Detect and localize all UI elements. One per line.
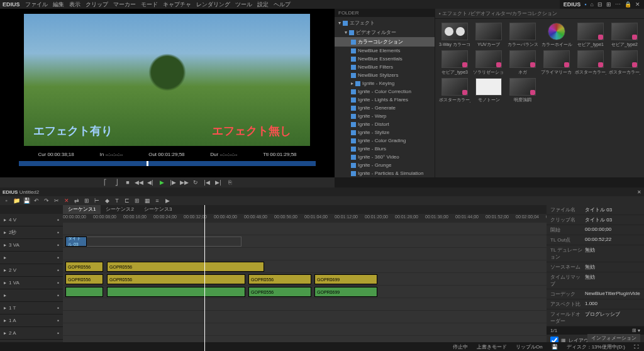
effect-item[interactable]: セピア_type2	[609, 23, 640, 48]
new-icon[interactable]: ▫	[3, 197, 10, 204]
timeline-ruler[interactable]: 00:00:00;0000:00:08;0000:00:16;0000:00:2…	[63, 214, 547, 223]
track-1va-audio[interactable]: GOPR0556 GOPR0699	[63, 286, 547, 298]
track-label[interactable]: ▸1 A▪	[0, 315, 63, 327]
clip-v1[interactable]: GOPR0556	[65, 262, 103, 272]
stop-icon[interactable]: ■	[123, 179, 132, 186]
folder-item[interactable]: Ignite - 360° Video	[335, 153, 435, 161]
folder-item[interactable]: ▸ Ignite - Keying	[335, 79, 435, 87]
folder-color-correction[interactable]: カラーコレクション	[335, 37, 435, 47]
seq-tab-3[interactable]: シーケンス3	[139, 205, 177, 214]
folder-item[interactable]: Ignite - Color Grading	[335, 136, 435, 145]
expand-icon[interactable]: ⛶	[634, 344, 639, 350]
menu-tool[interactable]: ツール	[235, 1, 252, 9]
clip-titlebar[interactable]	[65, 237, 242, 247]
menu-clip[interactable]: クリップ	[86, 1, 108, 9]
home-icon[interactable]: ⌂	[591, 1, 594, 8]
effect-item[interactable]: セピア_type3	[439, 50, 470, 75]
save-icon[interactable]: 💾	[23, 197, 30, 204]
lock-icon[interactable]: 🔒	[625, 1, 631, 8]
clip-a2[interactable]	[107, 287, 245, 297]
menu-file[interactable]: ファイル	[25, 1, 48, 9]
export-icon[interactable]: ⎘	[225, 179, 234, 186]
more-icon[interactable]: ⋯	[615, 1, 621, 8]
clip-a4[interactable]: GOPR0699	[314, 287, 377, 297]
proxy-icon[interactable]: ▦	[143, 197, 151, 204]
clip-a1[interactable]	[65, 287, 103, 297]
folder-item[interactable]: Ignite - Color Correction	[335, 87, 435, 96]
filter-icon[interactable]: ⊞ ▾	[632, 328, 640, 333]
track-area[interactable]: シーケンス1 シーケンス2 シーケンス3 00:00:00;0000:00:08…	[63, 205, 547, 351]
track-label[interactable]: ▸4 V▪	[0, 214, 63, 226]
track-label[interactable]: ▸▪	[0, 252, 63, 264]
render-icon[interactable]: ▶	[164, 197, 171, 204]
effect-item[interactable]: カラーホイール	[541, 23, 572, 48]
delete-icon[interactable]: ✕	[63, 197, 70, 204]
effect-item[interactable]: 明度強調	[507, 78, 538, 103]
next-edit-icon[interactable]: ▶|	[214, 179, 223, 186]
undo-icon[interactable]: ↶	[33, 197, 40, 204]
folder-item[interactable]: Ignite - Blurs	[335, 145, 435, 153]
menu-capture[interactable]: キャプチャ	[163, 1, 191, 9]
folder-root[interactable]: ▾ エフェクト	[335, 18, 435, 28]
folder-icon[interactable]: ▪	[584, 1, 586, 8]
forward-icon[interactable]: ▶▶	[180, 179, 189, 186]
effect-item[interactable]: プライマリーカラーコレクシ...	[541, 50, 572, 75]
track-label[interactable]: ▸1 T▪	[0, 302, 63, 315]
clip-a3[interactable]: GOPR0556	[248, 287, 311, 297]
effect-item[interactable]: ポスターカラー_type1	[575, 50, 606, 75]
rewind-icon[interactable]: ◀◀	[135, 179, 143, 186]
clip-v2[interactable]: GOPR0556	[107, 262, 264, 272]
folder-item[interactable]: NewBlue Elements	[335, 47, 435, 55]
tree-icon[interactable]: ⊟	[597, 1, 602, 8]
folder-item[interactable]: NewBlue Stylizers	[335, 71, 435, 79]
ripple-icon[interactable]: ⇄	[73, 197, 80, 204]
folder-item[interactable]: Ignite - Warp	[335, 112, 435, 120]
effect-item[interactable]: ソラリゼーション	[473, 50, 504, 75]
open-icon[interactable]: 📁	[13, 197, 20, 204]
loop-icon[interactable]: ↻	[191, 179, 200, 186]
effect-item[interactable]: YUVカーブ	[473, 23, 504, 48]
close-icon[interactable]: ✕	[635, 1, 640, 8]
clip-va3[interactable]: GOPR0556	[248, 274, 311, 284]
track-3va[interactable]	[63, 248, 547, 260]
set-in-icon[interactable]: ⎡	[101, 179, 109, 186]
group-icon[interactable]: ⊞	[83, 197, 91, 204]
multicam-icon[interactable]: ⊞	[133, 197, 141, 204]
effect-item[interactable]: ネガ	[507, 50, 538, 75]
clip-title[interactable]: タイトル 03	[65, 237, 87, 247]
effect-item[interactable]: 3-Way カラーコレクション	[439, 23, 470, 48]
track-1a[interactable]	[63, 311, 547, 323]
track-2a[interactable]	[63, 323, 547, 336]
prev-frame-icon[interactable]: ◀|	[146, 179, 155, 186]
folder-item[interactable]: NewBlue Filters	[335, 63, 435, 71]
menu-marker[interactable]: マーカー	[113, 1, 136, 9]
track-title[interactable]: タイトル 03	[63, 235, 547, 248]
folder-item[interactable]: NewBlue Essentials	[335, 55, 435, 63]
folder-video-filters[interactable]: ▾ ビデオフィルター	[335, 28, 435, 37]
redo-icon[interactable]: ↷	[43, 197, 50, 204]
folder-item[interactable]: Ignite - Stylize	[335, 128, 435, 136]
track-label[interactable]: ▸2 A▪	[0, 327, 63, 340]
folder-item[interactable]: Ignite - Grunge	[335, 161, 435, 169]
menu-edit[interactable]: 編集	[53, 1, 64, 9]
seq-tab-1[interactable]: シーケンス1	[63, 205, 101, 214]
folder-item[interactable]: Ignite - Distort	[335, 120, 435, 128]
menu-settings[interactable]: 設定	[257, 1, 269, 9]
prev-edit-icon[interactable]: |◀	[203, 179, 211, 186]
grid-icon[interactable]: ⊞	[606, 1, 611, 8]
effect-item[interactable]: ポスターカラー_type3	[439, 78, 470, 103]
folder-item[interactable]: Ignite - Particles & Simulation	[335, 169, 435, 177]
effect-item[interactable]: カラーバランス	[507, 23, 538, 48]
clip-va1[interactable]: GOPR0556	[65, 274, 103, 284]
clip-va4[interactable]: GOPR0699	[314, 274, 377, 284]
track-label[interactable]: ▸3 VA▪	[0, 239, 63, 252]
set-out-icon[interactable]: ⎦	[112, 179, 121, 186]
track-4v[interactable]	[63, 223, 547, 235]
track-label[interactable]: ▸1 VA▪	[0, 277, 63, 289]
next-frame-icon[interactable]: |▶	[169, 179, 177, 186]
effect-item[interactable]: ポスターカラー_type2	[609, 50, 640, 75]
menu-view[interactable]: 表示	[69, 1, 80, 9]
scrub-bar[interactable]	[19, 161, 316, 166]
folder-item[interactable]: Ignite - Lights & Flares	[335, 96, 435, 104]
normalize-icon[interactable]: ≡	[153, 197, 161, 204]
